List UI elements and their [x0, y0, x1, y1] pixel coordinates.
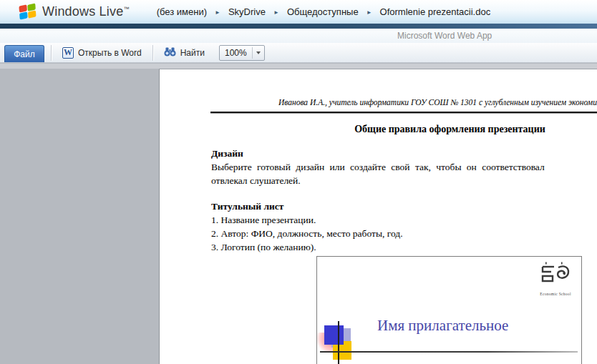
breadcrumb-item-folder[interactable]: Общедоступные: [287, 6, 359, 17]
windows-live-brand: Windows Live™: [42, 4, 130, 19]
windows-live-header: Windows Live™ (без имени) ► SkyDrive ► О…: [0, 0, 597, 24]
page-content: Иванова И.А., учитель информатики ГОУ СО…: [160, 69, 597, 364]
open-in-word-button[interactable]: W Открыть в Word: [58, 45, 146, 61]
breadcrumb-item-skydrive[interactable]: SkyDrive: [228, 6, 266, 17]
trademark: ™: [123, 6, 129, 12]
list-item: 2. Автор: ФИО, должность, место работы, …: [211, 228, 403, 240]
breadcrumb-arrow-icon: ►: [367, 9, 372, 16]
slide-title: Имя прилагательное: [377, 317, 508, 335]
toolbar: Файл W Открыть в Word Найти 100%: [0, 43, 597, 63]
navy-divider-bar: [0, 24, 597, 29]
chevron-down-icon: [253, 51, 264, 54]
windows-flag-icon: [19, 4, 37, 20]
doc-header-note: Иванова И.А., учитель информатики ГОУ СО…: [278, 98, 597, 107]
list-item: 1. Название презентации.: [211, 215, 316, 226]
zoom-value: 100%: [220, 48, 252, 58]
logo-caption: Economic School: [538, 292, 573, 296]
design-heading: Дизайн: [211, 148, 243, 159]
breadcrumb-arrow-icon: ►: [273, 9, 279, 16]
design-paragraph-line: отвлекал слушателей.: [211, 175, 301, 187]
toolbar-separator: [152, 45, 153, 61]
app-title: Microsoft Word Web App: [397, 31, 492, 41]
zoom-dropdown[interactable]: 100%: [219, 45, 265, 61]
doc-title: Общие правила оформления презентации: [211, 124, 597, 135]
slide-decor-horizontal-line: [320, 351, 578, 353]
document-page: Иванова И.А., учитель информатики ГОУ СО…: [159, 69, 597, 364]
breadcrumb-arrow-icon: ►: [215, 9, 220, 16]
titlepage-heading: Титульный лист: [211, 201, 283, 212]
breadcrumb: (без имени) ► SkyDrive ► Общедоступные ►…: [157, 6, 491, 17]
economic-school-logo-icon: Economic School: [538, 262, 573, 296]
brand-text: Windows Live: [42, 4, 123, 19]
slide-decor-vertical-line: [338, 321, 339, 364]
list-item: 3. Логотип (по желанию).: [211, 242, 316, 253]
design-paragraph-line: Выберите готовый дизайн или создайте сво…: [211, 162, 545, 173]
word-app-icon: W: [62, 47, 74, 59]
document-canvas: Иванова И.А., учитель информатики ГОУ СО…: [0, 69, 597, 364]
breadcrumb-item-profile[interactable]: (без имени): [157, 6, 207, 17]
canvas-top-strip: [0, 64, 597, 69]
doc-header-rule: [210, 112, 597, 114]
toolbar-separator: [51, 45, 52, 61]
binoculars-icon: [164, 47, 176, 59]
open-in-word-label: Открыть в Word: [78, 48, 142, 58]
slide-decor-blue-square: [324, 325, 344, 345]
breadcrumb-item-document[interactable]: Oformlenie prezentacii.doc: [380, 6, 491, 17]
embedded-slide-image: Economic School Имя прилагательное: [316, 256, 582, 364]
find-button[interactable]: Найти: [160, 45, 209, 61]
find-label: Найти: [180, 48, 205, 58]
app-title-strip: Microsoft Word Web App: [0, 29, 597, 43]
file-tab[interactable]: Файл: [4, 45, 44, 62]
